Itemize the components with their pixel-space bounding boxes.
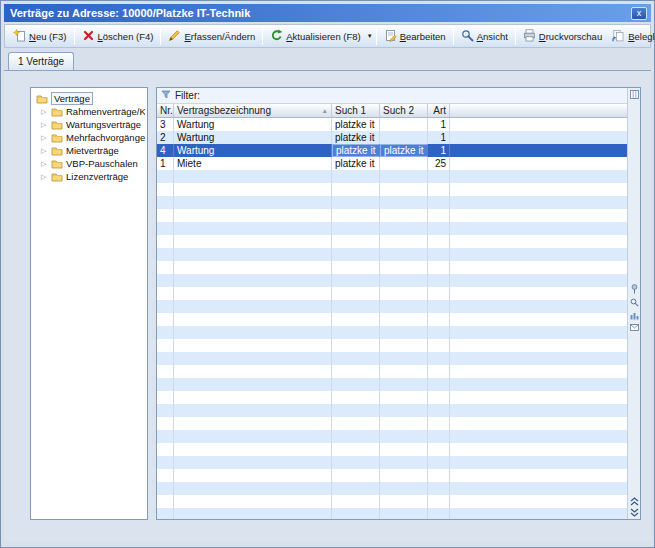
table-empty-row[interactable] xyxy=(157,469,627,482)
table-empty-row[interactable] xyxy=(157,352,627,365)
cell-such2 xyxy=(380,157,428,170)
refresh-dropdown-icon[interactable]: ▼ xyxy=(366,26,374,46)
table-empty-row[interactable] xyxy=(157,391,627,404)
table-empty-row[interactable] xyxy=(157,274,627,287)
table-empty-row[interactable] xyxy=(157,300,627,313)
tree-root[interactable]: Verträge xyxy=(33,92,145,105)
table-empty-row[interactable] xyxy=(157,430,627,443)
table-empty-row[interactable] xyxy=(157,365,627,378)
column-options-icon[interactable] xyxy=(630,90,639,99)
scroll-down-icon[interactable] xyxy=(630,508,639,517)
table-row-selected[interactable]: 4 Wartung platzke it platzke it 1 xyxy=(157,144,627,157)
header-art[interactable]: Art xyxy=(428,104,450,117)
tree-item-rahmenvertraege[interactable]: ▷ Rahmenverträge/Kontrakte xyxy=(33,105,145,118)
table-cell xyxy=(428,274,450,287)
table-cell xyxy=(174,430,332,443)
expand-icon[interactable]: ▷ xyxy=(41,144,48,157)
table-cell xyxy=(450,443,627,456)
search-icon[interactable] xyxy=(630,298,639,307)
tab-vertraege[interactable]: 1 Verträge xyxy=(8,52,74,70)
table-empty-row[interactable] xyxy=(157,378,627,391)
delete-button[interactable]: Löschen (F4) xyxy=(77,26,159,46)
tree-item-mietvertraege[interactable]: ▷ Mietverträge xyxy=(33,144,145,157)
table-cell xyxy=(450,495,627,508)
table-cell xyxy=(428,404,450,417)
header-such1[interactable]: Such 1 xyxy=(332,104,380,117)
header-vertragsbezeichnung[interactable]: ▲Vertragsbezeichnung xyxy=(174,104,332,117)
close-icon[interactable]: x xyxy=(631,7,647,20)
expand-icon[interactable]: ▷ xyxy=(41,105,48,118)
table-cell xyxy=(174,300,332,313)
table-empty-row[interactable] xyxy=(157,339,627,352)
new-button[interactable]: Neu (F3) xyxy=(8,26,72,46)
cell-vertragsbezeichnung: Wartung xyxy=(174,144,332,157)
table-empty-row[interactable] xyxy=(157,261,627,274)
tree-item-lizenzvertraege[interactable]: ▷ Lizenzverträge xyxy=(33,170,145,183)
table-empty-row[interactable] xyxy=(157,404,627,417)
table-cell xyxy=(450,209,627,222)
table-empty-row[interactable] xyxy=(157,170,627,183)
table-cell xyxy=(174,404,332,417)
label-rest: nsicht xyxy=(483,31,508,42)
tree-item-mehrfachvorgaenge[interactable]: ▷ Mehrfachvorgänge xyxy=(33,131,145,144)
refresh-button[interactable]: Aktualisieren (F8) xyxy=(265,26,365,46)
folder-icon xyxy=(51,120,63,130)
table-empty-row[interactable] xyxy=(157,287,627,300)
scroll-up-icon[interactable] xyxy=(630,497,639,506)
table-cell xyxy=(380,300,428,313)
table-cell xyxy=(157,326,174,339)
table-empty-row[interactable] xyxy=(157,508,627,519)
table-empty-row[interactable] xyxy=(157,235,627,248)
expand-icon[interactable]: ▷ xyxy=(41,131,48,144)
table-cell xyxy=(157,378,174,391)
table-cell xyxy=(380,404,428,417)
chart-icon[interactable] xyxy=(630,311,639,320)
table-row[interactable]: 2 Wartung platzke it 1 xyxy=(157,131,627,144)
expand-icon[interactable]: ▷ xyxy=(41,157,48,170)
print-preview-button[interactable]: Druckvorschau xyxy=(518,26,607,46)
header-nr[interactable]: Nr. xyxy=(157,104,174,117)
edit-button[interactable]: Erfassen/Ändern xyxy=(163,26,260,46)
table-header: Nr. ▲Vertragsbezeichnung Such 1 Such 2 A… xyxy=(157,104,627,118)
table-empty-row[interactable] xyxy=(157,313,627,326)
table-empty-row[interactable] xyxy=(157,248,627,261)
table-row[interactable]: 1 Miete platzke it 25 xyxy=(157,157,627,170)
dialog-window: Verträge zu Adresse: 10000/Platzke IT-Te… xyxy=(0,0,655,548)
pin-icon[interactable] xyxy=(630,284,639,294)
table-empty-row[interactable] xyxy=(157,417,627,430)
table-cell xyxy=(380,495,428,508)
table-cell xyxy=(157,248,174,261)
mail-icon[interactable] xyxy=(630,324,639,331)
table-empty-row[interactable] xyxy=(157,443,627,456)
table-empty-row[interactable] xyxy=(157,326,627,339)
table-cell xyxy=(157,482,174,495)
toolbar-separator xyxy=(453,28,454,45)
tree-item-wartungsvertraege[interactable]: ▷ Wartungsverträge xyxy=(33,118,145,131)
table-empty-row[interactable] xyxy=(157,482,627,495)
table-empty-row[interactable] xyxy=(157,196,627,209)
table-empty-row[interactable] xyxy=(157,222,627,235)
table-empty-row[interactable] xyxy=(157,495,627,508)
expand-icon[interactable]: ▷ xyxy=(41,118,48,131)
view-button-label: Ansicht xyxy=(477,31,508,42)
toolbar-separator xyxy=(515,28,516,45)
beleglauf-button[interactable]: Beleglauf xyxy=(607,26,655,46)
header-such2[interactable]: Such 2 xyxy=(380,104,428,117)
table-empty-row[interactable] xyxy=(157,183,627,196)
edit-button-label: Erfassen/Ändern xyxy=(184,31,255,42)
table-cell xyxy=(428,248,450,261)
table-row[interactable]: 3 Wartung platzke it 1 xyxy=(157,118,627,131)
filter-row[interactable]: Filter: xyxy=(157,88,627,104)
table-cell xyxy=(450,222,627,235)
table-empty-row[interactable] xyxy=(157,456,627,469)
edit-page-icon xyxy=(384,29,397,44)
table-cell xyxy=(428,261,450,274)
bearbeiten-button[interactable]: Bearbeiten xyxy=(379,26,451,46)
table-empty-row[interactable] xyxy=(157,209,627,222)
expand-icon[interactable]: ▷ xyxy=(41,170,48,183)
folder-icon xyxy=(51,172,63,182)
table-cell xyxy=(157,443,174,456)
toolbar-separator xyxy=(160,28,161,45)
tree-item-vbp-pauschalen[interactable]: ▷ VBP-Pauschalen xyxy=(33,157,145,170)
view-button[interactable]: Ansicht xyxy=(456,26,513,46)
